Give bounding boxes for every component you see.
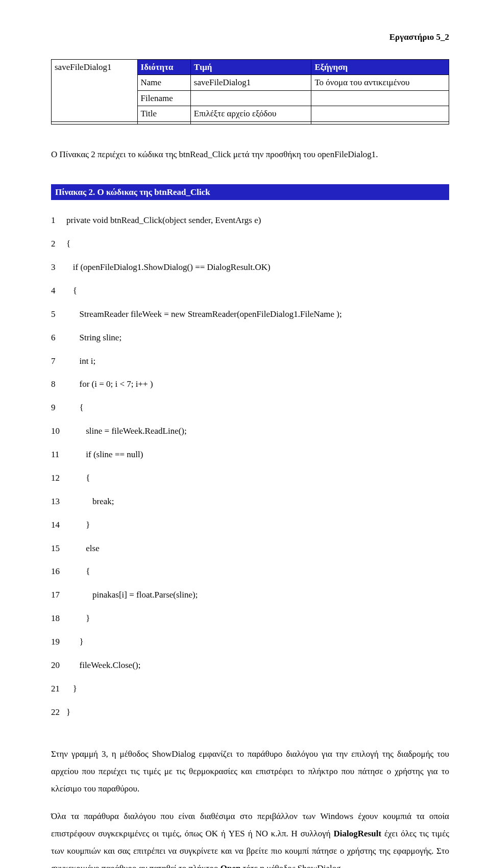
code-text: pinakas[i] = float.Parse(sline);	[66, 589, 449, 601]
code-text: {	[66, 285, 449, 297]
col-header: Τιμή	[190, 59, 311, 75]
code-text: }	[66, 636, 449, 648]
line-number: 10	[51, 426, 66, 437]
cell-value: Επιλέξτε αρχείο εξόδου	[190, 106, 311, 122]
empty-cell	[137, 121, 190, 124]
code-text: if (sline == null)	[66, 449, 449, 461]
line-number: 9	[51, 402, 66, 414]
code-text: }	[66, 683, 449, 695]
table-row: saveFileDialog1 Ιδιότητα Τιμή Εξήγηση	[52, 59, 449, 75]
line-number: 15	[51, 543, 66, 555]
line-number: 18	[51, 613, 66, 625]
line-number: 22	[51, 707, 66, 718]
line-number: 21	[51, 683, 66, 695]
empty-cell	[52, 121, 138, 124]
line-number: 17	[51, 589, 66, 601]
code-text: break;	[66, 496, 449, 508]
code-text: {	[66, 566, 449, 578]
code-text: sline = fileWeek.ReadLine();	[66, 426, 449, 437]
line-number: 20	[51, 660, 66, 672]
empty-cell	[190, 121, 311, 124]
line-number: 1	[51, 215, 66, 227]
code-text: }	[66, 613, 449, 625]
code-text: private void btnRead_Click(object sender…	[66, 215, 449, 227]
code-text: }	[66, 707, 449, 718]
line-number: 5	[51, 309, 66, 320]
code-text: {	[66, 473, 449, 484]
intro-paragraph: Ο Πίνακας 2 περιέχει το κώδικα της btnRe…	[51, 145, 449, 164]
cell-property: Name	[137, 75, 190, 91]
line-number: 4	[51, 285, 66, 297]
code-text: else	[66, 543, 449, 555]
cell-value	[190, 90, 311, 106]
cell-desc	[311, 90, 449, 106]
code-text: }	[66, 519, 449, 531]
table-row	[52, 121, 449, 124]
line-number: 13	[51, 496, 66, 508]
line-number: 6	[51, 332, 66, 344]
body-paragraph-1: Στην γραμμή 3, η μέθοδος ShowDialog εμφα…	[51, 746, 449, 798]
line-number: 7	[51, 356, 66, 367]
code-table-title: Πίνακας 2. Ο κώδικας της btnRead_Click	[51, 184, 449, 201]
bold-term: Open	[220, 863, 241, 868]
code-text: StreamReader fileWeek = new StreamReader…	[66, 309, 449, 320]
cell-value: saveFileDialog1	[190, 75, 311, 91]
cell-property: Title	[137, 106, 190, 122]
properties-table: saveFileDialog1 Ιδιότητα Τιμή Εξήγηση Na…	[51, 59, 449, 125]
line-number: 11	[51, 449, 66, 461]
object-name-cell: saveFileDialog1	[52, 59, 138, 121]
bold-term: DialogResult	[334, 829, 382, 838]
line-number: 14	[51, 519, 66, 531]
line-number: 12	[51, 473, 66, 484]
body-paragraph-2: Όλα τα παράθυρα διαλόγου που είναι διαθέ…	[51, 808, 449, 868]
cell-desc: Το όνομα του αντικειμένου	[311, 75, 449, 91]
line-number: 19	[51, 636, 66, 648]
col-header: Εξήγηση	[311, 59, 449, 75]
line-number: 3	[51, 262, 66, 274]
empty-cell	[311, 121, 449, 124]
code-text: if (openFileDialog1.ShowDialog() == Dial…	[66, 262, 449, 274]
line-number: 2	[51, 238, 66, 250]
col-header: Ιδιότητα	[137, 59, 190, 75]
code-text: {	[66, 238, 449, 250]
cell-desc	[311, 106, 449, 122]
para-text: τότε η μέθοδος ShowDialog	[240, 863, 340, 868]
line-number: 8	[51, 379, 66, 390]
code-text: int i;	[66, 356, 449, 367]
cell-property: Filename	[137, 90, 190, 106]
code-listing: 1private void btnRead_Click(object sende…	[51, 203, 449, 730]
line-number: 16	[51, 566, 66, 578]
code-text: fileWeek.Close();	[66, 660, 449, 672]
code-text: for (i = 0; i < 7; i++ )	[66, 379, 449, 390]
code-text: {	[66, 402, 449, 414]
page-header: Εργαστήριο 5_2	[51, 31, 449, 44]
code-text: String sline;	[66, 332, 449, 344]
